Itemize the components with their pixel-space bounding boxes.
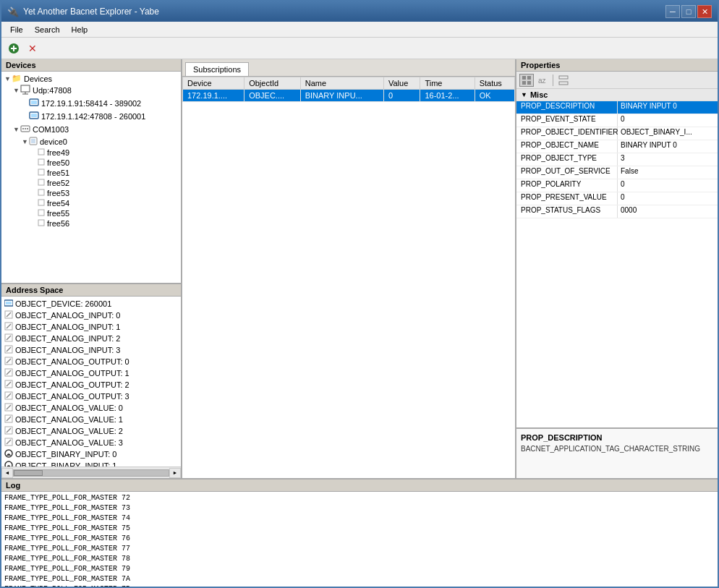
addr-ao2[interactable]: OBJECT_ANALOG_OUTPUT: 2 <box>1 379 181 391</box>
addr-av3[interactable]: OBJECT_ANALOG_VALUE: 3 <box>1 437 181 448</box>
devices-tree[interactable]: ▼ 📁 Devices ▼ Udp:47808 <box>1 72 181 283</box>
props-category-misc: ▼ Misc <box>516 89 718 101</box>
props-row-obj-identifier[interactable]: PROP_OBJECT_IDENTIFIER OBJECT_BINARY_I..… <box>516 127 718 140</box>
add-button[interactable] <box>6 41 22 56</box>
tree-item-free56[interactable]: free56 <box>1 218 181 229</box>
app-window: 🔌 Yet Another Bacnet Explorer - Yabe ─ □… <box>0 0 719 588</box>
scroll-left-btn[interactable]: ◄ <box>1 468 13 478</box>
tree-item-com[interactable]: ▼ COM1003 <box>1 123 181 136</box>
scroll-track[interactable] <box>13 469 169 477</box>
addr-label: OBJECT_ANALOG_VALUE: 2 <box>15 427 123 435</box>
address-hscroll[interactable]: ◄ ► <box>1 466 181 478</box>
addr-ai1[interactable]: OBJECT_ANALOG_INPUT: 1 <box>1 321 181 333</box>
svg-text:✕: ✕ <box>28 43 37 54</box>
addr-av0[interactable]: OBJECT_ANALOG_VALUE: 0 <box>1 402 181 414</box>
prop-name: PROP_STATUS_FLAGS <box>516 205 618 218</box>
tree-label: free54 <box>47 199 69 208</box>
tree-item-udp[interactable]: ▼ Udp:47808 <box>1 84 181 97</box>
log-line: FRAME_TYPE_POLL_FOR_MASTER 74 <box>4 514 715 524</box>
props-alpha-btn[interactable]: az <box>535 74 550 87</box>
center-right: Subscriptions Device ObjectId Name Value <box>182 59 718 478</box>
tree-item-free54[interactable]: free54 <box>1 198 181 208</box>
svg-rect-55 <box>527 76 531 80</box>
analog-icon <box>4 333 13 344</box>
props-row-status-flags[interactable]: PROP_STATUS_FLAGS 0000 <box>516 205 718 218</box>
menu-help[interactable]: Help <box>66 24 94 35</box>
props-row-present-value[interactable]: PROP_PRESENT_VALUE 0 <box>516 192 718 205</box>
props-row-description[interactable]: PROP_DESCRIPTION BINARY INPUT 0 <box>516 101 718 114</box>
tree-item-free49[interactable]: free49 <box>1 148 181 158</box>
addr-ao0[interactable]: OBJECT_ANALOG_OUTPUT: 0 <box>1 356 181 367</box>
svg-line-28 <box>7 312 11 317</box>
svg-rect-18 <box>38 159 44 165</box>
addr-ai3[interactable]: OBJECT_ANALOG_INPUT: 3 <box>1 344 181 356</box>
table-row[interactable]: 172.19.1.... OBJEC.... BINARY INPU... 0 … <box>183 90 515 102</box>
menu-file[interactable]: File <box>4 24 29 35</box>
col-time: Time <box>420 77 475 90</box>
props-row-obj-type[interactable]: PROP_OBJECT_TYPE 3 <box>516 153 718 166</box>
tree-item-ip1[interactable]: 172.19.1.91:58414 - 389002 <box>1 97 181 110</box>
scroll-right-btn[interactable]: ► <box>169 468 181 478</box>
svg-rect-56 <box>522 81 526 85</box>
log-content[interactable]: FRAME_TYPE_POLL_FOR_MASTER 72FRAME_TYPE_… <box>1 492 718 587</box>
analog-icon <box>4 403 13 413</box>
svg-rect-20 <box>38 179 44 185</box>
addr-av1[interactable]: OBJECT_ANALOG_VALUE: 1 <box>1 414 181 425</box>
addr-label: OBJECT_ANALOG_INPUT: 0 <box>15 311 121 320</box>
addr-ao1[interactable]: OBJECT_ANALOG_OUTPUT: 1 <box>1 367 181 379</box>
tree-item-free55[interactable]: free55 <box>1 208 181 218</box>
title-bar: 🔌 Yet Another Bacnet Explorer - Yabe ─ □… <box>1 1 718 22</box>
addr-ao3[interactable]: OBJECT_ANALOG_OUTPUT: 3 <box>1 391 181 402</box>
prop-value: 0 <box>618 114 718 127</box>
tree-item-ip2[interactable]: 172.19.1.142:47808 - 260001 <box>1 110 181 123</box>
cell-name: BINARY INPU... <box>300 90 383 102</box>
svg-line-44 <box>7 405 11 409</box>
expand-icon: ▼ <box>13 126 20 133</box>
address-space-list[interactable]: OBJECT_DEVICE: 260001 OBJECT_ANALOG_INPU… <box>1 297 181 466</box>
log-line: FRAME_TYPE_POLL_FOR_MASTER 77 <box>4 544 715 554</box>
addr-av2[interactable]: OBJECT_ANALOG_VALUE: 2 <box>1 425 181 437</box>
tree-item-free52[interactable]: free52 <box>1 178 181 188</box>
prop-name: PROP_POLARITY <box>516 179 618 192</box>
separator <box>553 74 553 86</box>
properties-grid[interactable]: ▼ Misc PROP_DESCRIPTION BINARY INPUT 0 P… <box>516 89 718 427</box>
maximize-button[interactable]: □ <box>681 5 696 18</box>
addr-ai0[interactable]: OBJECT_ANALOG_INPUT: 0 <box>1 310 181 321</box>
cell-time: 16-01-2... <box>420 90 475 102</box>
props-row-out-of-service[interactable]: PROP_OUT_OF_SERVICE False <box>516 166 718 179</box>
addr-bi0[interactable]: OBJECT_BINARY_INPUT: 0 <box>1 448 181 460</box>
scroll-thumb[interactable] <box>14 470 43 476</box>
close-button[interactable]: ✕ <box>697 5 712 18</box>
subscriptions-table[interactable]: Device ObjectId Name Value Time Status <box>182 77 515 478</box>
remove-button[interactable]: ✕ <box>25 41 41 56</box>
binary-icon <box>4 461 13 466</box>
props-row-polarity[interactable]: PROP_POLARITY 0 <box>516 179 718 192</box>
address-section: Address Space OBJECT_DEVICE: 260001 <box>1 283 181 478</box>
addr-device[interactable]: OBJECT_DEVICE: 260001 <box>1 298 181 310</box>
addr-label: OBJECT_ANALOG_INPUT: 3 <box>15 346 121 354</box>
col-name: Name <box>300 77 383 90</box>
tree-item-devices-root[interactable]: ▼ 📁 Devices <box>1 73 181 84</box>
left-column: Devices ▼ 📁 Devices ▼ Udp:4780 <box>1 59 182 478</box>
tab-subscriptions[interactable]: Subscriptions <box>185 62 249 76</box>
svg-point-12 <box>22 128 24 129</box>
window-title: Yet Another Bacnet Explorer - Yabe <box>23 7 159 17</box>
tree-item-free53[interactable]: free53 <box>1 188 181 198</box>
tree-label: free50 <box>47 158 69 167</box>
addr-bi1[interactable]: OBJECT_BINARY_INPUT: 1 <box>1 460 181 466</box>
props-categorized-btn[interactable] <box>519 74 534 87</box>
tree-item-free50[interactable]: free50 <box>1 158 181 168</box>
tree-item-free51[interactable]: free51 <box>1 168 181 178</box>
device-icon <box>29 111 39 122</box>
menu-search[interactable]: Search <box>29 24 66 35</box>
addr-ai2[interactable]: OBJECT_ANALOG_INPUT: 2 <box>1 333 181 344</box>
props-row-event-state[interactable]: PROP_EVENT_STATE 0 <box>516 114 718 127</box>
svg-line-48 <box>7 428 11 433</box>
device-icon <box>29 98 39 109</box>
log-line: FRAME_TYPE_POLL_FOR_MASTER 73 <box>4 503 715 514</box>
props-expand-btn[interactable] <box>556 74 571 87</box>
tree-item-device0[interactable]: ▼ device0 <box>1 136 181 148</box>
props-row-obj-name[interactable]: PROP_OBJECT_NAME BINARY INPUT 0 <box>516 140 718 153</box>
minimize-button[interactable]: ─ <box>665 5 680 18</box>
prop-value: False <box>618 166 718 179</box>
